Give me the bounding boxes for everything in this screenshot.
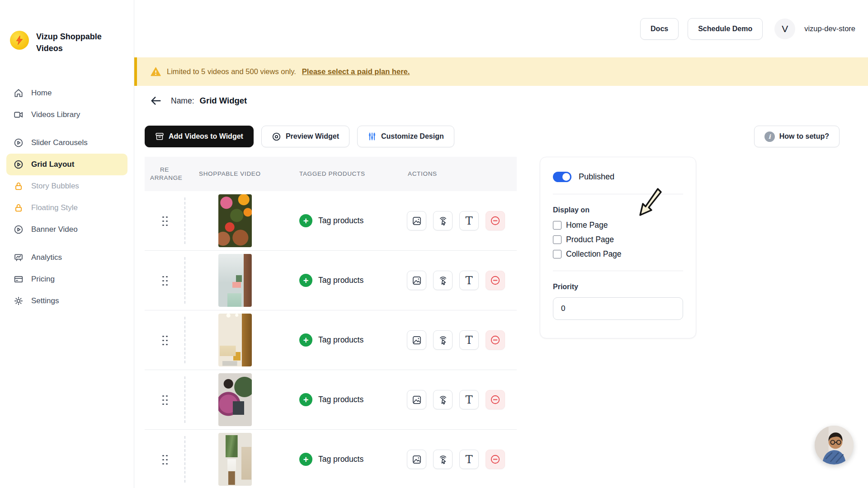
video-thumbnail-potted-plant[interactable]: [218, 433, 252, 486]
tag-products-button[interactable]: + Tag products: [285, 214, 393, 227]
priority-label: Priority: [553, 283, 683, 291]
drag-handle-icon[interactable]: [161, 454, 168, 465]
divider: [553, 271, 683, 271]
info-circle-icon: i: [764, 131, 775, 142]
preview-widget-button[interactable]: Preview Widget: [261, 126, 349, 147]
checkbox-collection-page[interactable]: Collection Page: [553, 249, 683, 259]
text-icon[interactable]: T: [459, 330, 479, 350]
text-icon[interactable]: T: [459, 271, 479, 290]
tag-products-button[interactable]: + Tag products: [285, 393, 393, 406]
row-actions: T: [393, 390, 517, 409]
tag-products-button[interactable]: + Tag products: [285, 333, 393, 347]
arrow-left-icon[interactable]: [149, 94, 163, 108]
dashed-divider: [184, 257, 185, 304]
tag-products-label: Tag products: [318, 395, 363, 404]
checkbox-label: Home Page: [566, 221, 608, 230]
how-to-setup-button[interactable]: i How to setup?: [754, 126, 840, 147]
table-header: Re Arrange Shoppable Video Tagged Produc…: [145, 157, 517, 191]
store-avatar[interactable]: V: [774, 19, 795, 39]
add-videos-button[interactable]: Add Videos to Widget: [145, 126, 254, 147]
page-title: Grid Widget: [200, 96, 247, 106]
docs-button[interactable]: Docs: [640, 18, 679, 40]
customize-design-label: Customize Design: [381, 132, 444, 141]
image-icon[interactable]: [407, 211, 426, 230]
home-page-checkbox[interactable]: [553, 221, 561, 230]
video-thumbnail-living-room[interactable]: [218, 314, 252, 366]
sidebar-item-label: Story Bubbles: [31, 182, 79, 191]
row-actions: T: [393, 211, 517, 230]
drag-handle-icon[interactable]: [161, 334, 168, 346]
image-icon[interactable]: [407, 330, 426, 350]
col-rearrange: Re Arrange: [150, 166, 179, 182]
sidebar-item-grid-layout[interactable]: Grid Layout: [6, 154, 127, 175]
image-icon[interactable]: [407, 271, 426, 290]
collection-page-checkbox[interactable]: [553, 250, 561, 258]
sidebar-item-home[interactable]: Home: [6, 82, 127, 104]
display-on-label: Display on: [553, 206, 683, 214]
video-thumbnail-flower-pots[interactable]: [218, 194, 252, 247]
analytics-board-icon: [14, 253, 24, 263]
video-thumbnail-woman-with-plant[interactable]: [218, 373, 252, 426]
tag-products-button[interactable]: + Tag products: [285, 274, 393, 287]
tap-interaction-icon[interactable]: [433, 330, 453, 350]
tap-interaction-icon[interactable]: [433, 450, 453, 469]
sidebar-item-label: Analytics: [31, 253, 62, 262]
tap-interaction-icon[interactable]: [433, 390, 453, 409]
dashed-divider: [184, 197, 185, 244]
product-page-checkbox[interactable]: [553, 235, 561, 244]
sidebar-item-label: Floating Style: [31, 203, 78, 212]
remove-minus-icon[interactable]: [486, 211, 505, 230]
sidebar-item-label: Home: [31, 89, 52, 98]
video-thumbnail-bathroom[interactable]: [218, 254, 252, 307]
drag-handle-icon[interactable]: [161, 394, 168, 405]
target-eye-icon: [272, 132, 281, 141]
support-chat-avatar[interactable]: [815, 426, 854, 465]
paid-plan-link[interactable]: Please select a paid plan here.: [302, 67, 410, 76]
letter-t-glyph: T: [465, 335, 472, 346]
checkbox-label: Collection Page: [566, 249, 622, 259]
sidebar-item-analytics[interactable]: Analytics: [6, 247, 127, 268]
letter-t-glyph: T: [465, 394, 472, 405]
lightning-bolt-icon: [10, 31, 29, 50]
app-title: Vizup Shoppable Videos: [36, 31, 113, 54]
remove-minus-icon[interactable]: [486, 450, 505, 469]
schedule-demo-button[interactable]: Schedule Demo: [688, 18, 763, 40]
video-camera-icon: [14, 110, 24, 120]
tag-products-button[interactable]: + Tag products: [285, 453, 393, 466]
checkbox-product-page[interactable]: Product Page: [553, 235, 683, 244]
row-actions: T: [393, 271, 517, 290]
text-icon[interactable]: T: [459, 211, 479, 230]
sidebar-item-label: Grid Layout: [31, 160, 74, 169]
divider: [553, 194, 683, 194]
image-icon[interactable]: [407, 450, 426, 469]
sidebar-item-pricing[interactable]: Pricing: [6, 268, 127, 290]
widget-name-row: Name: Grid Widget: [149, 94, 247, 108]
drag-handle-icon[interactable]: [161, 275, 168, 286]
sidebar-item-videos-library[interactable]: Videos Library: [6, 104, 127, 126]
customize-design-button[interactable]: Customize Design: [357, 126, 454, 147]
sidebar-item-floating-style[interactable]: Floating Style: [6, 197, 127, 219]
priority-input[interactable]: [553, 297, 683, 320]
drag-handle-icon[interactable]: [161, 215, 168, 226]
tap-interaction-icon[interactable]: [433, 211, 453, 230]
text-icon[interactable]: T: [459, 390, 479, 409]
sidebar-item-banner-video[interactable]: Banner Video: [6, 219, 127, 240]
sidebar-item-slider-carousels[interactable]: Slider Carousels: [6, 132, 127, 154]
tap-interaction-icon[interactable]: [433, 271, 453, 290]
play-circle-icon: [14, 225, 24, 235]
published-toggle[interactable]: [553, 172, 571, 182]
image-icon[interactable]: [407, 390, 426, 409]
archive-box-icon: [155, 132, 164, 141]
text-icon[interactable]: T: [459, 450, 479, 469]
plus-circle-icon: +: [299, 214, 312, 227]
videos-table: Re Arrange Shoppable Video Tagged Produc…: [145, 157, 517, 488]
remove-minus-icon[interactable]: [486, 330, 505, 350]
how-to-setup-label: How to setup?: [779, 132, 829, 141]
checkbox-home-page[interactable]: Home Page: [553, 221, 683, 230]
remove-minus-icon[interactable]: [486, 390, 505, 409]
sidebar-item-story-bubbles[interactable]: Story Bubbles: [6, 175, 127, 197]
sidebar-item-settings[interactable]: Settings: [6, 290, 127, 312]
remove-minus-icon[interactable]: [486, 271, 505, 290]
sidebar-item-label: Slider Carousels: [31, 138, 88, 147]
plus-circle-icon: +: [299, 453, 312, 466]
